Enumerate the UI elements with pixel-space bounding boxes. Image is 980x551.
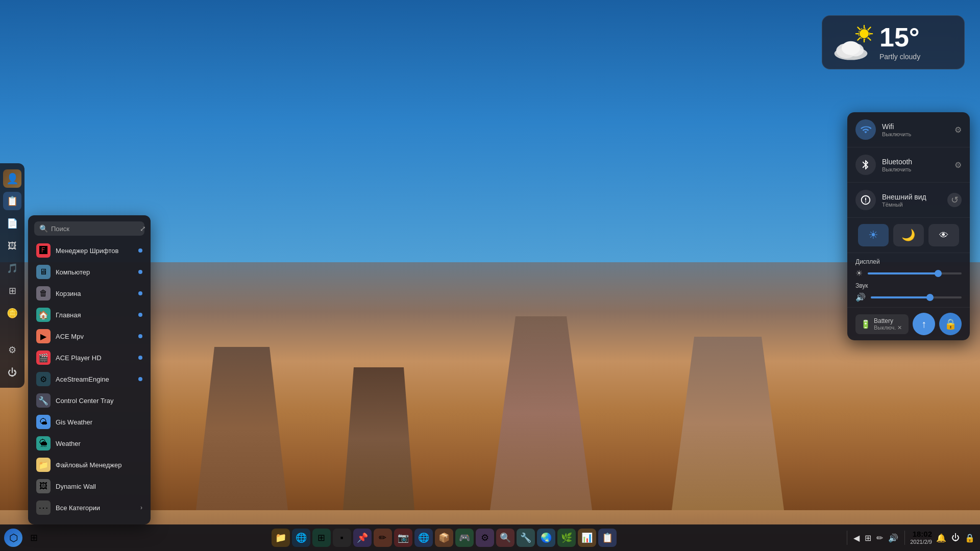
home-icon: 🏠 [36, 308, 51, 322]
taskbar-browser[interactable]: 🌐 [414, 529, 433, 547]
wifi-settings-icon[interactable]: ⚙ [954, 125, 962, 135]
tray-pen-icon[interactable]: ✏ [875, 532, 884, 544]
menu-item-font-manager[interactable]: 🅵 Менеджер Шрифтов [28, 240, 151, 261]
svg-line-11 [868, 38, 871, 40]
sidebar-icon-power[interactable]: ⏻ [3, 363, 21, 382]
left-sidebar: 👤 📋 📄 🖼 🎵 ⊞ 🪙 ⚙ ⏻ [0, 163, 24, 388]
ace-mpv-label: ACE Mpv [56, 333, 133, 340]
menu-item-weather[interactable]: 🌦 Weather [28, 433, 151, 454]
taskbar-leaf[interactable]: 🌿 [557, 529, 576, 547]
wifi-sublabel: Выключить [882, 131, 948, 137]
tray-back-icon[interactable]: ◀ [852, 532, 861, 544]
taskbar-chart[interactable]: 📊 [578, 529, 596, 547]
cp-bluetooth-row: Bluetooth Выключить ⚙ [847, 147, 970, 183]
menu-item-ace-stream[interactable]: ⚙ AceStreamEngine [28, 368, 151, 390]
wifi-text: Wifi Выключить [882, 122, 948, 137]
gis-weather-label: Gis Weather [56, 418, 142, 426]
taskbar-search[interactable]: 🔍 [496, 529, 514, 547]
menu-item-all-categories[interactable]: ⋯ Все Категории › [28, 497, 151, 518]
appearance-icon[interactable] [855, 190, 876, 210]
taskbar-orange-app[interactable]: 📦 [435, 529, 453, 547]
start-button[interactable]: ⬡ [4, 529, 22, 547]
display-slider-thumb[interactable] [935, 270, 942, 277]
theme-light-button[interactable]: ☀ [858, 224, 889, 246]
power-icon[interactable]: ⏻ [950, 532, 961, 543]
sound-slider-track[interactable] [871, 296, 962, 298]
taskbar-files[interactable]: 📁 [272, 529, 290, 547]
theme-eye-button[interactable]: 👁 [928, 224, 959, 246]
menu-item-file-manager[interactable]: 📁 Файловый Менеджер [28, 454, 151, 475]
sidebar-icon-settings[interactable]: ⚙ [3, 341, 21, 359]
home-dot [138, 313, 142, 317]
menu-item-ace-player[interactable]: 🎬 ACE Player HD [28, 347, 151, 368]
menu-item-computer[interactable]: 🖥 Компьютер [28, 261, 151, 283]
ace-stream-icon: ⚙ [36, 372, 51, 386]
menu-item-gis-weather[interactable]: 🌤 Gis Weather [28, 411, 151, 433]
weather-icon-area [832, 24, 873, 60]
taskbar-app5[interactable]: 📌 [353, 529, 372, 547]
tray-volume-icon[interactable]: 🔊 [887, 532, 899, 544]
rock-center-left [343, 367, 414, 510]
menu-item-home[interactable]: 🏠 Главная [28, 304, 151, 325]
sidebar-icon-photos[interactable]: 🖼 [3, 237, 21, 255]
dynamic-wall-icon: 🖼 [36, 479, 51, 493]
taskbar-globe[interactable]: 🌏 [537, 529, 555, 547]
menu-search-bar[interactable]: 🔍 ⤢ [34, 221, 144, 236]
bluetooth-icon[interactable] [855, 155, 876, 175]
taskbar-terminal[interactable]: ▪ [333, 529, 351, 547]
bluetooth-settings-icon[interactable]: ⚙ [954, 160, 962, 170]
expand-icon[interactable]: ⤢ [140, 224, 146, 233]
sun-icon [855, 24, 873, 43]
taskbar-tool[interactable]: 🔧 [517, 529, 535, 547]
display-slider-track[interactable] [868, 272, 962, 274]
taskbar-right: ◀ ⊞ ✏ 🔊 18:02 2021/2/9 🔔 ⏻ 🔒 [845, 530, 976, 545]
all-categories-label: Все Категории [56, 504, 135, 512]
taskbar-edge[interactable]: 🌐 [292, 529, 310, 547]
sidebar-icon-files[interactable]: 📋 [3, 192, 21, 210]
search-input[interactable] [51, 225, 137, 233]
sidebar-icon-music[interactable]: 🎵 [3, 259, 21, 278]
sidebar-icon-notes[interactable]: 📄 [3, 214, 21, 233]
svg-line-10 [857, 27, 860, 30]
menu-item-ace-mpv[interactable]: ▶ ACE Mpv [28, 325, 151, 347]
taskbar-settings[interactable]: ⚙ [476, 529, 494, 547]
appearance-settings-icon[interactable]: ↺ [947, 193, 962, 207]
sound-slider-thumb[interactable] [926, 294, 934, 301]
appearance-label: Внешний вид [882, 193, 941, 201]
weather-description: Partly cloudy [879, 53, 920, 61]
scroll-up-button[interactable]: ↑ [913, 313, 935, 335]
battery-button[interactable]: 🔋 Battery Выключ. ✕ [855, 314, 909, 334]
taskbar-clipboard[interactable]: 📋 [598, 529, 617, 547]
notification-icon[interactable]: 🔔 [935, 532, 947, 544]
apps-button[interactable]: ⊞ [24, 529, 43, 547]
taskbar-game[interactable]: 🎮 [455, 529, 474, 547]
svg-point-3 [842, 41, 860, 55]
weather-menu-icon: 🌦 [36, 436, 51, 450]
sidebar-icon-grid[interactable]: ⊞ [3, 282, 21, 300]
lock-screen-button[interactable]: 🔒 [939, 313, 962, 335]
menu-item-control-center[interactable]: 🔧 Control Center Tray [28, 390, 151, 411]
user-avatar[interactable]: 👤 [3, 169, 21, 188]
gis-weather-icon: 🌤 [36, 415, 51, 429]
taskbar-camera[interactable]: 📷 [394, 529, 412, 547]
tray-windows-icon[interactable]: ⊞ [864, 532, 872, 544]
clock: 18:02 [910, 530, 932, 539]
svg-point-4 [860, 29, 869, 38]
theme-dark-button[interactable]: 🌙 [893, 224, 924, 246]
taskbar-store[interactable]: ⊞ [312, 529, 331, 547]
menu-item-dynamic-wall[interactable]: 🖼 Dynamic Wall [28, 475, 151, 497]
menu-item-trash[interactable]: 🗑 Корзина [28, 283, 151, 304]
wifi-icon[interactable] [855, 119, 876, 140]
weather-label: Weather [56, 440, 142, 447]
lock-icon[interactable]: 🔒 [964, 532, 976, 544]
sidebar-icon-coins[interactable]: 🪙 [3, 304, 21, 322]
computer-dot [138, 270, 142, 274]
tray-time-display[interactable]: 18:02 2021/2/9 [910, 530, 932, 545]
taskbar-apps: 📁 🌐 ⊞ ▪ 📌 ✏ 📷 🌐 📦 🎮 ⚙ 🔍 🔧 🌏 🌿 📊 📋 [43, 529, 845, 547]
display-slider-row: ☀ [855, 268, 962, 278]
computer-label: Компьютер [56, 268, 133, 276]
cp-wifi-row: Wifi Выключить ⚙ [847, 112, 970, 147]
taskbar-editor[interactable]: ✏ [374, 529, 392, 547]
display-label: Дисплей [855, 258, 962, 265]
sound-label: Звук [855, 282, 962, 289]
